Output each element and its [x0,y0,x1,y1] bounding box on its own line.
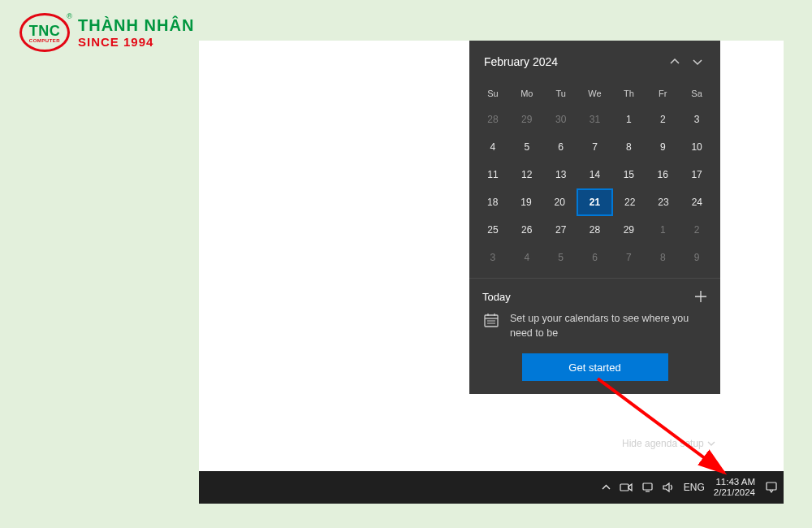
calendar-day[interactable]: 19 [509,188,542,216]
calendar-day[interactable]: 8 [611,133,646,161]
calendar-day[interactable]: 15 [611,161,646,188]
calendar-day[interactable]: 30 [544,106,578,133]
svg-rect-9 [767,483,776,490]
calendar-dow-cell: Su [476,81,510,106]
calendar-dow-cell: Th [611,81,646,106]
calendar-day[interactable]: 1 [611,106,646,133]
calendar-flyout: February 2024 SuMoTuWeThFrSa 28293031123… [469,41,720,394]
calendar-week-row: 3456789 [476,244,714,271]
calendar-grid: SuMoTuWeThFrSa 2829303112345678910111213… [469,81,720,278]
calendar-day[interactable]: 28 [578,216,612,244]
calendar-day[interactable]: 14 [578,161,612,188]
brand-logo: ® TNC COMPUTER THÀNH NHÂN SINCE 1994 [19,13,194,52]
tray-overflow-button[interactable] [602,483,611,492]
calendar-month-label[interactable]: February 2024 [484,55,663,68]
calendar-day[interactable]: 7 [578,133,612,161]
calendar-day[interactable]: 9 [680,244,714,271]
calendar-day[interactable]: 22 [613,188,646,216]
calendar-week-row: 252627282912 [476,216,714,244]
logo-line2: SINCE 1994 [78,35,194,49]
calendar-day-today[interactable]: 21 [577,188,613,216]
calendar-day[interactable]: 3 [476,244,510,271]
plus-icon [694,290,707,303]
calendar-day[interactable]: 25 [476,216,510,244]
calendar-day[interactable]: 10 [680,133,714,161]
calendar-day[interactable]: 3 [680,106,714,133]
calendar-day[interactable]: 24 [680,188,714,216]
hide-agenda-label: Hide agenda setup [622,438,704,449]
logo-badge: ® TNC COMPUTER [19,13,70,52]
calendar-day[interactable]: 2 [680,216,714,244]
calendar-day[interactable]: 29 [611,216,646,244]
calendar-week-row: 28293031123 [476,106,714,133]
calendar-day[interactable]: 28 [476,106,510,133]
taskbar-clock[interactable]: 11:43 AM 2/21/2024 [714,477,755,498]
language-indicator[interactable]: ENG [684,482,705,493]
calendar-dow-cell: Sa [680,81,714,106]
calendar-week-row: 45678910 [476,133,714,161]
calendar-week-row: 11121314151617 [476,161,714,188]
calendar-week-row: 18192021222324 [476,188,714,216]
calendar-day[interactable]: 4 [510,244,544,271]
agenda-today-label: Today [482,291,694,303]
calendar-day[interactable]: 6 [578,244,612,271]
calendar-day[interactable]: 8 [646,244,680,271]
calendar-next-button[interactable] [686,50,709,73]
calendar-day[interactable]: 23 [646,188,680,216]
calendar-dow-cell: Fr [646,81,680,106]
network-icon[interactable] [641,482,654,493]
calendar-day[interactable]: 31 [578,106,612,133]
calendar-day[interactable]: 5 [510,133,544,161]
calendar-day[interactable]: 18 [476,188,509,216]
calendar-dow-cell: Mo [510,81,544,106]
logo-text: THÀNH NHÂN SINCE 1994 [78,16,194,49]
calendar-day[interactable]: 7 [611,244,646,271]
logo-badge-sub: COMPUTER [29,38,60,43]
calendar-day[interactable]: 26 [510,216,544,244]
calendar-icon [482,311,500,329]
svg-rect-7 [643,483,652,490]
calendar-dow-row: SuMoTuWeThFrSa [476,81,714,106]
calendar-day[interactable]: 29 [510,106,544,133]
calendar-day[interactable]: 2 [646,106,680,133]
calendar-dow-cell: Tu [544,81,578,106]
add-event-button[interactable] [694,290,707,303]
taskbar-date: 2/21/2024 [714,487,755,498]
calendar-day[interactable]: 16 [646,161,680,188]
calendar-day[interactable]: 27 [544,216,578,244]
calendar-day[interactable]: 12 [510,161,544,188]
taskbar: ENG 11:43 AM 2/21/2024 [199,471,784,504]
calendar-dow-cell: We [578,81,612,106]
calendar-day[interactable]: 4 [476,133,510,161]
chevron-up-icon [670,57,680,67]
system-tray: ENG 11:43 AM 2/21/2024 [602,477,779,498]
calendar-prev-button[interactable] [663,50,686,73]
calendar-day[interactable]: 20 [543,188,577,216]
calendar-day[interactable]: 9 [646,133,680,161]
hide-agenda-button[interactable]: Hide agenda setup [622,438,715,449]
get-started-button[interactable]: Get started [522,353,668,381]
chevron-down-icon [707,439,715,448]
chevron-down-icon [693,57,702,67]
calendar-day[interactable]: 5 [544,244,578,271]
calendar-day[interactable]: 17 [680,161,714,188]
action-center-button[interactable] [764,480,779,495]
volume-icon[interactable] [663,482,675,493]
calendar-day[interactable]: 11 [476,161,510,188]
notification-icon [765,481,778,494]
calendar-day[interactable]: 6 [544,133,578,161]
calendar-day[interactable]: 1 [646,216,680,244]
calendar-day[interactable]: 13 [544,161,578,188]
logo-badge-main: TNC [29,23,61,40]
logo-line1: THÀNH NHÂN [78,16,194,35]
svg-rect-6 [620,484,628,491]
calendar-header: February 2024 [469,41,720,81]
meet-now-icon[interactable] [620,482,633,493]
taskbar-time: 11:43 AM [714,477,755,487]
agenda-setup-message: Set up your calendars to see where you n… [510,311,707,340]
chevron-up-icon [602,483,611,492]
agenda-panel: Today Set up your calendars to see where… [469,278,720,394]
